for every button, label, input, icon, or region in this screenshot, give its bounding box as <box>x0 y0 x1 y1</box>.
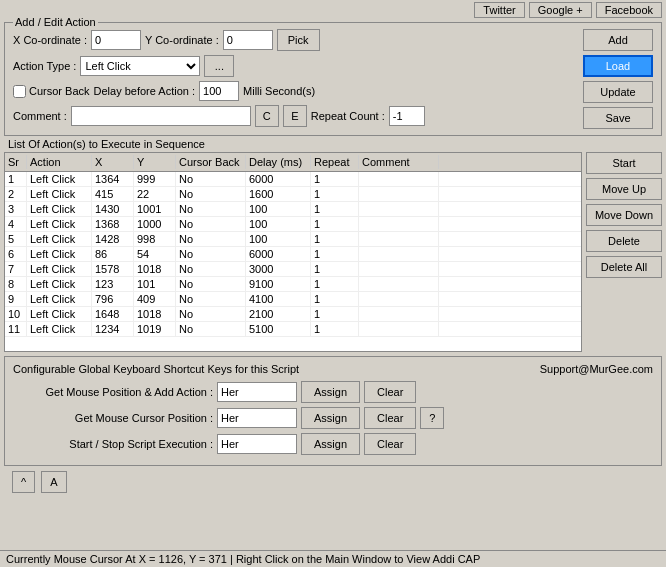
table-cell: 415 <box>92 187 134 201</box>
assign-button-2[interactable]: Assign <box>301 407 360 429</box>
ellipsis-button[interactable]: ... <box>204 55 234 77</box>
table-cell: 2100 <box>246 307 311 321</box>
add-button[interactable]: Add <box>583 29 653 51</box>
action-table: Sr Action X Y Cursor Back Delay (ms) Rep… <box>4 152 582 352</box>
save-button[interactable]: Save <box>583 107 653 129</box>
facebook-button[interactable]: Facebook <box>596 2 662 18</box>
shortcut-row-1: Get Mouse Position & Add Action : Assign… <box>13 381 653 403</box>
shortcut-input-3[interactable] <box>217 434 297 454</box>
right-buttons: Start Move Up Move Down Delete Delete Al… <box>586 152 662 352</box>
bottom-section: ^ A <box>4 468 662 496</box>
e-button[interactable]: E <box>283 105 307 127</box>
c-button[interactable]: C <box>255 105 279 127</box>
table-row[interactable]: 3Left Click14301001No1001 <box>5 202 581 217</box>
update-button[interactable]: Update <box>583 81 653 103</box>
x-coord-input[interactable] <box>91 30 141 50</box>
th-x: X <box>92 155 134 169</box>
table-cell: 796 <box>92 292 134 306</box>
table-row[interactable]: 10Left Click16481018No21001 <box>5 307 581 322</box>
table-cell: 54 <box>134 247 176 261</box>
table-cell <box>359 202 439 216</box>
action-type-select[interactable]: Left Click <box>80 56 200 76</box>
question-button[interactable]: ? <box>420 407 444 429</box>
table-cell <box>359 172 439 186</box>
th-sr: Sr <box>5 155 27 169</box>
table-cell: 123 <box>92 277 134 291</box>
shortcut-row-2: Get Mouse Cursor Position : Assign Clear… <box>13 407 653 429</box>
table-cell: Left Click <box>27 202 92 216</box>
clear-button-1[interactable]: Clear <box>364 381 416 403</box>
table-cell: No <box>176 247 246 261</box>
table-cell: No <box>176 232 246 246</box>
table-cell: 9 <box>5 292 27 306</box>
table-cell: 1 <box>311 292 359 306</box>
table-row[interactable]: 7Left Click15781018No30001 <box>5 262 581 277</box>
clear-button-2[interactable]: Clear <box>364 407 416 429</box>
table-cell: Left Click <box>27 322 92 336</box>
repeat-count-input[interactable] <box>389 106 425 126</box>
table-cell: 1 <box>311 232 359 246</box>
table-cell <box>359 217 439 231</box>
th-delay: Delay (ms) <box>246 155 311 169</box>
table-cell: 1001 <box>134 202 176 216</box>
table-cell: No <box>176 217 246 231</box>
table-cell: 1600 <box>246 187 311 201</box>
table-cell: Left Click <box>27 187 92 201</box>
assign-button-3[interactable]: Assign <box>301 433 360 455</box>
pick-button[interactable]: Pick <box>277 29 320 51</box>
table-row[interactable]: 8Left Click123101No91001 <box>5 277 581 292</box>
table-row[interactable]: 5Left Click1428998No1001 <box>5 232 581 247</box>
table-row[interactable]: 4Left Click13681000No1001 <box>5 217 581 232</box>
cursor-back-checkbox[interactable] <box>13 85 26 98</box>
table-cell: 409 <box>134 292 176 306</box>
table-cell <box>359 322 439 336</box>
googleplus-button[interactable]: Google + <box>529 2 592 18</box>
delete-button[interactable]: Delete <box>586 230 662 252</box>
table-cell: No <box>176 262 246 276</box>
table-cell: 100 <box>246 202 311 216</box>
up-nav-button[interactable]: ^ <box>12 471 35 493</box>
top-bar: Twitter Google + Facebook <box>0 0 666 20</box>
assign-button-1[interactable]: Assign <box>301 381 360 403</box>
load-button[interactable]: Load <box>583 55 653 77</box>
table-cell <box>359 307 439 321</box>
status-bar: Currently Mouse Cursor At X = 1126, Y = … <box>0 550 666 567</box>
table-cell: 1 <box>311 322 359 336</box>
comment-input[interactable] <box>71 106 251 126</box>
delete-all-button[interactable]: Delete All <box>586 256 662 278</box>
delay-input[interactable] <box>199 81 239 101</box>
ms-label: Milli Second(s) <box>243 85 315 97</box>
a-nav-button[interactable]: A <box>41 471 66 493</box>
move-down-button[interactable]: Move Down <box>586 204 662 226</box>
shortcut-input-1[interactable] <box>217 382 297 402</box>
move-up-button[interactable]: Move Up <box>586 178 662 200</box>
table-cell <box>359 232 439 246</box>
table-cell: 1 <box>311 247 359 261</box>
table-body[interactable]: 1Left Click1364999No600012Left Click4152… <box>5 172 581 351</box>
table-cell: Left Click <box>27 277 92 291</box>
y-coord-input[interactable] <box>223 30 273 50</box>
table-cell: 6000 <box>246 247 311 261</box>
start-button[interactable]: Start <box>586 152 662 174</box>
table-row[interactable]: 9Left Click796409No41001 <box>5 292 581 307</box>
table-row[interactable]: 6Left Click8654No60001 <box>5 247 581 262</box>
table-header: Sr Action X Y Cursor Back Delay (ms) Rep… <box>5 153 581 172</box>
shortcut-input-2[interactable] <box>217 408 297 428</box>
table-row[interactable]: 1Left Click1364999No60001 <box>5 172 581 187</box>
table-cell: 1 <box>311 202 359 216</box>
table-cell: 100 <box>246 217 311 231</box>
table-cell: 3 <box>5 202 27 216</box>
table-cell: 4 <box>5 217 27 231</box>
twitter-button[interactable]: Twitter <box>474 2 524 18</box>
table-cell: 5100 <box>246 322 311 336</box>
table-cell: 3000 <box>246 262 311 276</box>
clear-button-3[interactable]: Clear <box>364 433 416 455</box>
table-row[interactable]: 2Left Click41522No16001 <box>5 187 581 202</box>
cursor-back-label: Cursor Back <box>13 85 90 98</box>
table-cell: Left Click <box>27 292 92 306</box>
th-comment: Comment <box>359 155 439 169</box>
shortcut-label-3: Start / Stop Script Execution : <box>13 438 213 450</box>
table-row[interactable]: 11Left Click12341019No51001 <box>5 322 581 337</box>
th-action: Action <box>27 155 92 169</box>
shortcut-section: Configurable Global Keyboard Shortcut Ke… <box>4 356 662 466</box>
